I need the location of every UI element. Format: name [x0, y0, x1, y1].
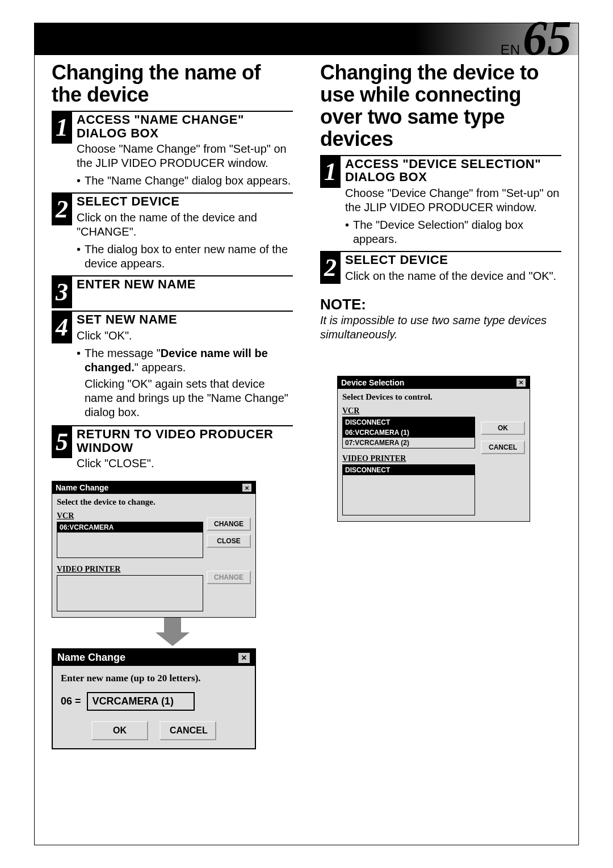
- close-icon[interactable]: ×: [238, 652, 250, 664]
- left-step-1: 1 ACCESS "NAME CHANGE" DIALOG BOX Choose…: [52, 111, 293, 191]
- step-title: RETURN TO VIDEO PRODUCER WINDOW: [77, 426, 293, 457]
- list-item[interactable]: 06:VCRCAMERA (1): [343, 427, 475, 438]
- vcr-listbox[interactable]: DISCONNECT 06:VCRCAMERA (1) 07:VCRCAMERA…: [342, 417, 475, 448]
- header-bar: EN 65: [35, 23, 578, 55]
- step-title: SELECT DEVICE: [345, 252, 561, 269]
- name-change-input-dialog: Name Change × Enter new name (up to 20 l…: [52, 648, 256, 749]
- close-icon[interactable]: ×: [516, 378, 526, 387]
- dialog-instruction: Enter new name (up to 20 letters).: [61, 673, 247, 684]
- left-step-2: 2 SELECT DEVICE Click on the name of the…: [52, 192, 293, 273]
- right-step-1: 1 ACCESS "DEVICE SELECTION" DIALOG BOX C…: [320, 155, 561, 249]
- video-printer-section-label: VIDEO PRINTER: [342, 454, 475, 463]
- dialog-title-bar: Device Selection ×: [338, 376, 530, 389]
- right-heading: Changing the device to use while connect…: [320, 62, 561, 150]
- left-step-5: 5 RETURN TO VIDEO PRODUCER WINDOW Click …: [52, 425, 293, 475]
- vcr-section-label: VCR: [342, 406, 475, 416]
- step-number: 2: [320, 252, 341, 284]
- list-item[interactable]: 06:VCRCAMERA: [57, 522, 203, 532]
- dialog-instruction: Select the device to change.: [57, 497, 251, 507]
- step-number: 2: [52, 194, 72, 225]
- note-text: It is impossible to use two same type de…: [320, 313, 561, 342]
- step-title: SET NEW NAME: [77, 312, 293, 329]
- step-number: 5: [52, 426, 72, 458]
- dialog-title: Device Selection: [341, 378, 404, 387]
- step-text: Choose "Device Change" from "Set-up" on …: [345, 186, 561, 215]
- device-name-input[interactable]: VCRCAMERA (1): [87, 692, 195, 711]
- step-text: Click "OK".: [77, 329, 293, 343]
- change-button[interactable]: CHANGE: [207, 517, 251, 531]
- video-printer-listbox[interactable]: DISCONNECT: [342, 464, 475, 515]
- step-title: SELECT DEVICE: [77, 194, 293, 211]
- left-step-4: 4 SET NEW NAME Click "OK". • The message…: [52, 311, 293, 423]
- vcr-section-label: VCR: [57, 511, 203, 521]
- step-number: 4: [52, 312, 72, 343]
- page-num: 65: [523, 21, 572, 55]
- left-column: Changing the name of the device 1 ACCESS…: [52, 62, 293, 749]
- step-title: ACCESS "DEVICE SELECTION" DIALOG BOX: [345, 156, 561, 187]
- right-column: Changing the device to use while connect…: [320, 62, 561, 749]
- step-number: 1: [320, 156, 341, 188]
- cancel-button[interactable]: CANCEL: [159, 721, 216, 740]
- step-bullet: • The message "Device name will be chang…: [77, 346, 293, 375]
- step-title: ENTER NEW NAME: [77, 276, 293, 293]
- list-item[interactable]: DISCONNECT: [343, 417, 475, 427]
- name-change-dialog: Name Change × Select the device to chang…: [52, 481, 256, 618]
- left-heading: Changing the name of the device: [52, 62, 293, 106]
- change-button-disabled: CHANGE: [207, 571, 251, 584]
- ok-button[interactable]: OK: [91, 721, 148, 740]
- step-bullet: •The dialog box to enter new name of the…: [77, 242, 293, 271]
- close-icon[interactable]: ×: [242, 483, 252, 492]
- video-printer-section-label: VIDEO PRINTER: [57, 565, 203, 574]
- dialog-instruction: Select Devices to control.: [342, 392, 525, 402]
- video-printer-listbox[interactable]: [57, 575, 203, 611]
- device-selection-dialog: Device Selection × Select Devices to con…: [337, 376, 530, 522]
- dialog-title-bar: Name Change ×: [52, 481, 255, 494]
- step-title: ACCESS "NAME CHANGE" DIALOG BOX: [77, 112, 293, 142]
- device-id-label: 06 =: [61, 695, 81, 707]
- list-item[interactable]: 07:VCRCAMERA (2): [343, 438, 475, 448]
- dialog-title-bar: Name Change ×: [53, 649, 255, 666]
- step-text: Click on the name of the device and "CHA…: [77, 211, 293, 239]
- step-bullet: •The "Name Change" dialog box appears.: [77, 174, 293, 188]
- close-button[interactable]: CLOSE: [207, 534, 251, 548]
- step-text: Choose "Name Change" from "Set-up" on th…: [77, 142, 293, 170]
- vcr-listbox[interactable]: 06:VCRCAMERA: [57, 522, 203, 558]
- step-number: 1: [52, 112, 72, 144]
- step-number: 3: [52, 276, 72, 308]
- arrow-down-icon: [52, 618, 293, 646]
- page-number: EN 65: [501, 21, 572, 58]
- left-step-3: 3 ENTER NEW NAME: [52, 275, 293, 308]
- step-bullet: •The "Device Selection" dialog box appea…: [345, 218, 561, 246]
- cancel-button[interactable]: CANCEL: [481, 441, 525, 454]
- dialog-title: Name Change: [57, 652, 125, 664]
- right-step-2: 2 SELECT DEVICE Click on the name of the…: [320, 251, 561, 287]
- list-item[interactable]: DISCONNECT: [343, 465, 475, 475]
- page-frame: EN 65 Changing the name of the device 1 …: [34, 23, 579, 845]
- page-lang: EN: [501, 42, 520, 58]
- ok-button[interactable]: OK: [481, 421, 525, 435]
- note-heading: NOTE:: [320, 296, 561, 313]
- step-text: Clicking "OK" again sets that device nam…: [77, 377, 293, 420]
- step-text: Click on the name of the device and "OK"…: [345, 269, 561, 283]
- step-text: Click "CLOSE".: [77, 456, 293, 471]
- dialog-title: Name Change: [56, 483, 108, 492]
